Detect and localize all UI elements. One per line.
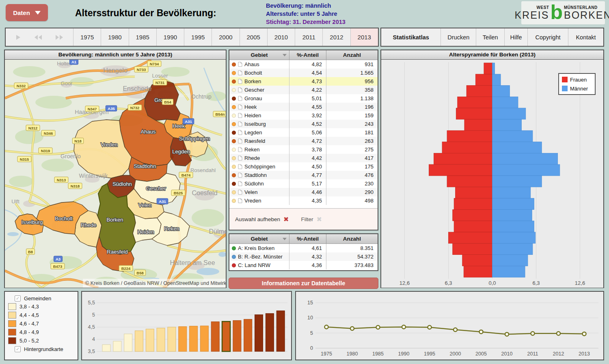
year-tab-1975[interactable]: 1975 [73,28,101,46]
pyramid-bar-maenner[interactable] [492,266,525,277]
bar-südlohn[interactable] [276,311,285,351]
data-point-2000[interactable] [454,328,457,332]
bar-reken[interactable] [102,345,110,351]
bar-bocholt[interactable] [190,326,198,351]
pyramid-bar-maenner[interactable] [492,221,534,232]
column-header-anzahl[interactable]: Anzahl [326,234,378,243]
pyramid-bar-frauen[interactable] [466,86,492,97]
rewind-icon[interactable] [34,34,43,41]
pyramid-bar-maenner[interactable] [492,97,518,108]
table-row[interactable]: Borken4,73956 [229,77,378,86]
data-point-2010[interactable] [505,332,509,336]
checkbox-checked-icon[interactable]: ✓ [15,295,21,302]
column-header-gebiet[interactable]: Gebiet [229,234,289,243]
menu-item-kontakt[interactable]: Kontakt [568,28,603,46]
checkbox-checked-icon[interactable]: ✓ [15,346,21,352]
table-row[interactable]: Bocholt4,541.565 [229,69,378,77]
pyramid-bar-maenner[interactable] [492,198,534,210]
bar-gronau[interactable] [255,314,263,351]
pyramid-bar-frauen[interactable] [462,255,492,266]
data-point-1980[interactable] [350,327,354,330]
bar-borken[interactable] [222,321,230,351]
year-tab-2010[interactable]: 2010 [267,28,295,46]
pyramid-bar-frauen[interactable] [484,63,492,74]
clear-selection-icon[interactable]: ✖ [283,215,289,223]
pyramid-bar-frauen[interactable] [464,266,492,277]
pyramid-bar-maenner[interactable] [492,108,526,119]
menu-item-teilen[interactable]: Teilen [476,28,504,46]
bar-gescher[interactable] [124,334,132,351]
pyramid-bar-maenner[interactable] [492,164,560,176]
bar-ahaus[interactable] [244,319,252,351]
play-icon[interactable] [15,34,22,41]
pyramid-bar-maenner[interactable] [492,119,522,131]
year-tab-1990[interactable]: 1990 [156,28,184,46]
year-tab-1985[interactable]: 1985 [129,28,156,46]
pyramid-bar-frauen[interactable] [456,108,492,119]
datatable-info-button[interactable]: Informationen zur Datentabelle [229,278,378,289]
table-row[interactable]: Schöppingen4,50175 [229,162,378,171]
table-row[interactable]: C: Land NRW4,36373.483 [229,261,378,269]
table-row[interactable]: Stadtlohn4,77476 [229,171,378,179]
pyramid-bar-maenner[interactable] [492,187,531,198]
table-row[interactable]: Heiden3,92159 [229,111,378,120]
bar-raesfeld[interactable] [211,322,219,351]
table-row[interactable]: Legden5,06181 [229,128,378,137]
table-row[interactable]: Raesfeld4,72263 [229,137,378,145]
menu-item-statistikatlas[interactable]: Statistikatlas [381,28,441,46]
pyramid-bar-frauen[interactable] [453,243,492,255]
pyramid-bar-maenner[interactable] [492,74,501,86]
column-header-pct[interactable]: %-Anteil [289,234,326,243]
table-row[interactable]: Rhede4,42417 [229,154,378,162]
table-row[interactable]: Ahaus4,82931 [229,60,378,69]
bar-isselburg[interactable] [179,327,187,351]
pyramid-bar-frauen[interactable] [456,187,492,198]
pyramid-bar-frauen[interactable] [453,209,492,221]
table-row[interactable]: Velen4,46290 [229,188,378,196]
pyramid-bar-maenner[interactable] [492,232,536,243]
menu-item-drucken[interactable]: Drucken [441,28,476,46]
table-row[interactable]: Heek4,55196 [229,103,378,111]
pyramid-bar-frauen[interactable] [475,74,492,86]
pyramid-bar-frauen[interactable] [429,164,492,176]
year-tab-2012[interactable]: 2012 [322,28,350,46]
pyramid-bar-frauen[interactable] [458,97,492,108]
table-row[interactable]: Südlohn5,17230 [229,179,378,188]
municipality-bar-chart[interactable]: 5,554,543,5 [82,292,291,360]
bar-velen[interactable] [157,328,165,351]
pyramid-bar-frauen[interactable] [454,198,492,210]
table-row[interactable]: Isselburg4,52243 [229,120,378,128]
filter-label[interactable]: Filter [301,216,313,222]
trend-line-chart[interactable]: 1510501975198019851990199520002005201020… [296,292,603,360]
menu-item-copyright[interactable]: Copyright [527,28,568,46]
year-tab-2013[interactable]: 2013 [350,28,378,46]
bar-heek[interactable] [200,326,208,351]
year-tab-2011[interactable]: 2011 [295,28,322,46]
table-row[interactable]: B: R.-Bez. Münster4,3254.372 [229,252,378,261]
hintergrundkarte-toggle[interactable]: ✓ Hintergrundkarte [8,345,78,353]
bar-legden[interactable] [266,313,274,351]
pyramid-bar-frauen[interactable] [447,176,492,187]
data-point-1995[interactable] [428,325,432,329]
column-header-gebiet[interactable]: Gebiet [229,50,289,60]
data-point-1985[interactable] [376,325,380,329]
pyramid-bar-maenner[interactable] [492,243,533,255]
pyramid-bar-maenner[interactable] [492,176,542,187]
clear-selection-label[interactable]: Auswahl aufheben [235,216,280,222]
data-point-2005[interactable] [479,330,483,334]
daten-button[interactable]: Daten [6,4,48,21]
pyramid-bar-frauen[interactable] [434,153,492,164]
pyramid-bar-maenner[interactable] [492,209,532,221]
column-header-pct[interactable]: %-Anteil [289,50,326,60]
data-point-1975[interactable] [325,325,328,329]
bar-heiden[interactable] [113,341,121,351]
pyramid-bar-maenner[interactable] [492,86,510,97]
pyramid-bar-frauen[interactable] [449,232,492,243]
data-point-2011[interactable] [531,332,535,335]
column-header-anzahl[interactable]: Anzahl [326,50,378,60]
pyramid-bar-maenner[interactable] [492,153,558,164]
choropleth-map[interactable]: Gronau (Westfalen)EpeHeekAhausLegdenVred… [5,60,226,288]
table-row[interactable]: Reken3,78275 [229,145,378,154]
bar-schöppingen[interactable] [168,327,176,351]
pyramid-bar-frauen[interactable] [447,131,492,142]
